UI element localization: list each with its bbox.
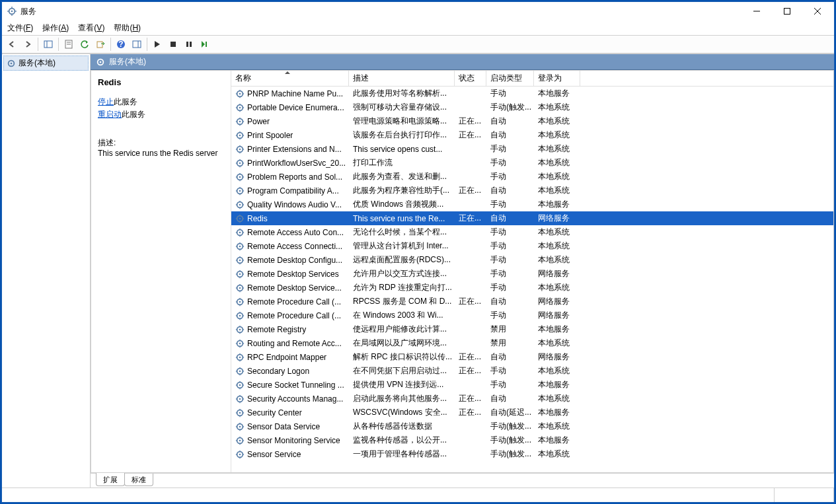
- service-list[interactable]: 名称 描述 状态 启动类型 登录为 PNRP Machine Name Pu..…: [231, 71, 833, 472]
- table-row[interactable]: PrintWorkflowUserSvc_20...打印工作流手动本地系统: [231, 156, 833, 170]
- svg-point-119: [239, 301, 241, 303]
- table-row[interactable]: RPC Endpoint Mapper解析 RPC 接口标识符以传...正在..…: [231, 350, 833, 364]
- table-row[interactable]: Secure Socket Tunneling ...提供使用 VPN 连接到远…: [231, 378, 833, 392]
- stop-link[interactable]: 停止: [98, 97, 114, 106]
- tab-standard[interactable]: 标准: [124, 474, 153, 486]
- service-icon: [235, 297, 245, 306]
- col-status[interactable]: 状态: [455, 71, 486, 86]
- svg-point-179: [239, 439, 241, 441]
- cell-name: Sensor Monitoring Service: [231, 436, 349, 445]
- show-hide-tree-button[interactable]: [41, 37, 56, 52]
- refresh-button[interactable]: [77, 37, 92, 52]
- cell-name: Remote Procedure Call (...: [231, 297, 349, 306]
- start-service-button[interactable]: [150, 37, 165, 52]
- cell-logon: 网络服务: [534, 296, 580, 307]
- cell-name: Problem Reports and Sol...: [231, 172, 349, 182]
- table-row[interactable]: Power管理电源策略和电源策略...正在...自动本地系统: [231, 114, 833, 128]
- restart-link[interactable]: 重启动: [98, 110, 122, 119]
- titlebar[interactable]: 服务: [2, 2, 834, 20]
- pause-service-button[interactable]: [182, 37, 196, 52]
- col-desc[interactable]: 描述: [349, 71, 455, 86]
- table-row[interactable]: Remote Desktop Configu...远程桌面配置服务(RDCS).…: [231, 253, 833, 267]
- stop-service-button[interactable]: [166, 37, 180, 52]
- service-icon: [235, 159, 245, 168]
- menu-file[interactable]: 文件(F): [7, 22, 33, 34]
- maximize-button[interactable]: [772, 2, 802, 20]
- menu-help[interactable]: 帮助(H): [114, 22, 141, 34]
- table-row[interactable]: Print Spooler该服务在后台执行打印作...正在...自动本地系统: [231, 128, 833, 142]
- table-row[interactable]: Remote Procedure Call (...在 Windows 2003…: [231, 308, 833, 322]
- detail-pane: Redis 停止此服务 重启动此服务 描述: This service runs…: [91, 71, 231, 472]
- cell-desc: 在 Windows 2003 和 Wi...: [349, 310, 455, 321]
- table-row[interactable]: RedisThis service runs the Re...正在...自动网…: [231, 211, 833, 225]
- table-row[interactable]: Problem Reports and Sol...此服务为查看、发送和删...…: [231, 170, 833, 184]
- svg-rect-21: [186, 42, 188, 47]
- svg-rect-18: [133, 41, 141, 48]
- cell-startup: 手动: [486, 157, 534, 168]
- table-row[interactable]: Portable Device Enumera...强制可移动大容量存储设...…: [231, 100, 833, 114]
- table-row[interactable]: Remote Registry使远程用户能修改此计算...禁用本地服务: [231, 322, 833, 336]
- console-tree[interactable]: 服务(本地): [2, 54, 91, 487]
- service-icon: [235, 228, 245, 237]
- table-row[interactable]: Sensor Data Service从各种传感器传送数据手动(触发...本地系…: [231, 419, 833, 433]
- cell-startup: 自动: [486, 393, 534, 404]
- cell-startup: 手动: [486, 171, 534, 182]
- col-logon[interactable]: 登录为: [534, 71, 580, 86]
- table-row[interactable]: Secondary Logon在不同凭据下启用启动过...正在...手动本地系统: [231, 364, 833, 378]
- cell-logon: 本地系统: [534, 129, 580, 141]
- table-row[interactable]: Remote Desktop Services允许用户以交互方式连接...手动网…: [231, 267, 833, 281]
- export-button[interactable]: [93, 37, 108, 52]
- cell-logon: 本地服务: [534, 199, 580, 210]
- table-row[interactable]: Sensor Monitoring Service监视各种传感器，以公开...手…: [231, 433, 833, 447]
- cell-logon: 本地系统: [534, 338, 580, 349]
- detail-title: Redis: [98, 77, 224, 87]
- table-row[interactable]: Remote Procedure Call (...RPCSS 服务是 COM …: [231, 295, 833, 308]
- cell-startup: 禁用: [486, 338, 534, 349]
- table-row[interactable]: Security Accounts Manag...启动此服务将向其他服务...…: [231, 392, 833, 406]
- cell-desc: This service runs the Re...: [349, 214, 455, 223]
- table-row[interactable]: Printer Extensions and N...This service …: [231, 142, 833, 156]
- tree-item-services-local[interactable]: 服务(本地): [3, 55, 89, 71]
- app-icon: [7, 7, 17, 16]
- desc-text: This service runs the Redis server: [98, 149, 224, 158]
- properties-button[interactable]: [61, 37, 76, 52]
- table-row[interactable]: Security CenterWSCSVC(Windows 安全...正在...…: [231, 406, 833, 419]
- col-startup[interactable]: 启动类型: [486, 71, 534, 86]
- restart-service-button[interactable]: [198, 37, 212, 52]
- cell-name: Security Center: [231, 408, 349, 417]
- cell-logon: 网络服务: [534, 310, 580, 321]
- table-row[interactable]: Sensor Service一项用于管理各种传感器...手动(触发...本地系统: [231, 447, 833, 461]
- close-button[interactable]: [802, 2, 833, 20]
- minimize-button[interactable]: [741, 2, 772, 20]
- table-row[interactable]: PNRP Machine Name Pu...此服务使用对等名称解析...手动本…: [231, 87, 833, 100]
- cell-logon: 本地系统: [534, 102, 580, 113]
- action-pane-button[interactable]: [130, 37, 144, 52]
- table-row[interactable]: Remote Desktop Service...允许为 RDP 连接重定向打.…: [231, 281, 833, 295]
- help-button[interactable]: ?: [114, 37, 128, 52]
- cell-desc: 一项用于管理各种传感器...: [349, 449, 455, 460]
- svg-point-143: [239, 356, 241, 358]
- cell-startup: 禁用: [486, 324, 534, 335]
- cell-startup: 手动(触发...: [486, 102, 534, 113]
- table-row[interactable]: Quality Windows Audio V...优质 Windows 音频视…: [231, 198, 833, 211]
- cell-name: Routing and Remote Acc...: [231, 339, 349, 348]
- service-icon: [235, 256, 245, 265]
- cell-startup: 手动: [486, 365, 534, 377]
- cell-name: Remote Desktop Configu...: [231, 256, 349, 265]
- table-row[interactable]: Program Compatibility A...此服务为程序兼容性助手(..…: [231, 184, 833, 198]
- cell-startup: 自动: [486, 185, 534, 196]
- menu-action[interactable]: 操作(A): [42, 22, 69, 34]
- table-row[interactable]: Remote Access Auto Con...无论什么时候，当某个程...手…: [231, 225, 833, 239]
- cell-status: 正在...: [455, 129, 486, 141]
- tab-extended[interactable]: 扩展: [96, 473, 125, 486]
- cell-status: 正在...: [455, 213, 486, 224]
- back-button[interactable]: [5, 37, 19, 52]
- table-row[interactable]: Remote Access Connecti...管理从这台计算机到 Inter…: [231, 239, 833, 253]
- svg-rect-23: [206, 42, 207, 47]
- menu-view[interactable]: 查看(V): [78, 22, 104, 34]
- cell-desc: 远程桌面配置服务(RDCS)...: [349, 254, 455, 266]
- forward-button[interactable]: [20, 37, 35, 52]
- col-name[interactable]: 名称: [231, 71, 349, 86]
- service-icon: [235, 200, 245, 209]
- table-row[interactable]: Routing and Remote Acc...在局域网以及广域网环境...禁…: [231, 336, 833, 350]
